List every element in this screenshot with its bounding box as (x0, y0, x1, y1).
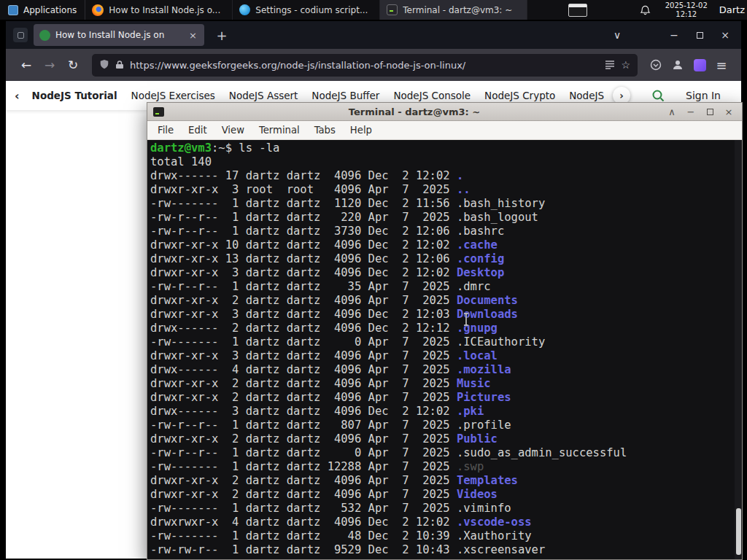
menu-file[interactable]: File (150, 121, 181, 139)
taskbar-item-firefox[interactable]: How to Install Node.js o... (85, 0, 233, 20)
applications-label: Applications (23, 5, 77, 15)
site-nav-item[interactable]: NodeJS DNS (569, 90, 608, 101)
terminal-line: drwx------ 17 dartz dartz 4096 Dec 2 12:… (150, 169, 742, 183)
terminal-icon (387, 4, 398, 15)
lock-icon[interactable] (115, 58, 124, 72)
taskbar-item-codium[interactable]: Settings - codium script... (233, 0, 380, 20)
terminal-line: drwxr-xr-x 2 dartz dartz 4096 Apr 7 2025… (150, 377, 742, 391)
window-close-button[interactable]: × (713, 24, 737, 46)
menu-button[interactable]: ≡ (711, 54, 732, 76)
menu-terminal[interactable]: Terminal (252, 121, 307, 139)
terminal-line: drwxr-xr-x 2 dartz dartz 4096 Apr 7 2025… (150, 294, 742, 308)
window-maximize-button[interactable] (688, 24, 711, 46)
tab-bar: How to Install Node.js on × + ∨ − × (6, 21, 741, 49)
account-icon[interactable] (667, 54, 689, 76)
site-nav-item[interactable]: NodeJS Tutorial (32, 90, 117, 101)
window-controls: − × (662, 24, 737, 46)
site-nav-item[interactable]: NodeJS Exercises (131, 90, 215, 101)
user-label: Dartz (719, 4, 745, 15)
terminal-line: drwxr-xr-x 2 dartz dartz 4096 Apr 7 2025… (150, 488, 742, 502)
back-button[interactable]: ← (15, 53, 38, 77)
top-panel: Applications How to Install Node.js o...… (0, 0, 747, 20)
terminal-line: -rw------- 1 dartz dartz 0 Apr 7 2025 .I… (150, 335, 742, 349)
site-nav-items: NodeJS TutorialNodeJS ExercisesNodeJS As… (32, 90, 608, 101)
reader-mode-icon[interactable] (605, 58, 615, 72)
menu-view[interactable]: View (214, 121, 252, 139)
terminal-shade-button[interactable]: ∧ (665, 104, 679, 119)
hamburger-icon: ≡ (716, 58, 727, 73)
sign-in-button[interactable]: Sign In (686, 90, 721, 101)
site-favicon (39, 30, 50, 41)
extension-icon[interactable] (689, 54, 711, 76)
taskbar-item-label: Terminal - dartz@vm3: ~ (403, 5, 512, 15)
terminal-line: drwxr-xr-x 3 dartz dartz 4096 Dec 2 12:0… (150, 308, 742, 322)
shield-icon[interactable] (99, 58, 109, 72)
menu-edit[interactable]: Edit (181, 121, 214, 139)
terminal-scrollbar-thumb[interactable] (736, 508, 741, 555)
site-nav-item[interactable]: NodeJS Buffer (311, 90, 379, 101)
clock-time: 12:12 (661, 10, 712, 19)
terminal-line: drwxr-xr-x 2 dartz dartz 4096 Apr 7 2025… (150, 391, 742, 405)
maximize-icon (707, 109, 713, 115)
terminal-prompt-line: dartz@vm3:~$ ls -la (150, 141, 742, 155)
terminal-line: -rw-rw-r-- 1 dartz dartz 9529 Dec 2 10:4… (150, 543, 742, 557)
menu-tabs[interactable]: Tabs (307, 121, 343, 139)
forward-button[interactable]: → (38, 53, 61, 77)
tab-title: How to Install Node.js on (55, 30, 182, 40)
window-minimize-button[interactable]: − (662, 24, 686, 46)
terminal-line: drwxrwxr-x 4 dartz dartz 4096 Dec 2 12:0… (150, 516, 742, 529)
terminal-line: drwxr-xr-x 3 dartz dartz 4096 Apr 7 2025… (150, 349, 742, 363)
codium-icon (239, 4, 250, 15)
taskbar-item-terminal[interactable]: Terminal - dartz@vm3: ~ (380, 0, 527, 20)
prompt-path: :~$ (212, 141, 232, 155)
terminal-line: -rw-r--r-- 1 dartz dartz 220 Apr 7 2025 … (150, 211, 742, 225)
search-icon[interactable] (651, 89, 665, 102)
url-bar[interactable]: https://www.geeksforgeeks.org/node-js/in… (92, 54, 638, 77)
terminal-minimize-button[interactable]: − (684, 104, 698, 119)
pocket-icon[interactable] (645, 54, 667, 76)
extension-badge (694, 59, 706, 71)
reload-button[interactable]: ↻ (61, 53, 85, 77)
site-nav-item[interactable]: NodeJS Crypto (484, 90, 555, 101)
terminal-line: drwxr-xr-x 13 dartz dartz 4096 Dec 2 12:… (150, 252, 742, 266)
tab-close-icon[interactable]: × (187, 30, 198, 41)
applications-icon (8, 5, 18, 15)
terminal-titlebar[interactable]: Terminal - dartz@vm3: ~ ∧ − × (147, 103, 742, 121)
tray-terminal-icon[interactable] (568, 4, 587, 17)
url-text[interactable]: https://www.geeksforgeeks.org/node-js/in… (130, 60, 599, 71)
applications-menu-button[interactable]: Applications (0, 0, 85, 20)
terminal-line: -rw------- 1 dartz dartz 48 Dec 2 10:39 … (150, 529, 742, 543)
terminal-close-button[interactable]: × (721, 104, 736, 119)
terminal-line: drwxr-xr-x 3 root root 4096 Apr 7 2025 .… (150, 183, 742, 197)
terminal-line: -rw------- 1 dartz dartz 12288 Apr 7 202… (150, 460, 742, 474)
terminal-line: drwx------ 3 dartz dartz 4096 Dec 2 12:0… (150, 405, 742, 419)
new-tab-button[interactable]: + (212, 25, 232, 45)
browser-tab[interactable]: How to Install Node.js on × (34, 24, 204, 46)
terminal-output-area[interactable]: dartz@vm3:~$ ls -la total 140 drwx------… (147, 140, 742, 559)
terminal-line: drwxr-xr-x 2 dartz dartz 4096 Apr 7 2025… (150, 474, 742, 488)
terminal-maximize-button[interactable] (703, 104, 717, 119)
firefox-icon (92, 4, 104, 16)
terminal-line: -rw-r--r-- 1 dartz dartz 35 Apr 7 2025 .… (150, 280, 742, 294)
terminal-line: drwx------ 4 dartz dartz 4096 Apr 7 2025… (150, 363, 742, 377)
terminal-line: -rw-r--r-- 1 dartz dartz 807 Apr 7 2025 … (150, 419, 742, 432)
clock[interactable]: 2025-12-02 12:12 (661, 1, 712, 18)
site-nav-item[interactable]: NodeJS Assert (229, 90, 298, 101)
terminal-line: drwxr-xr-x 2 dartz dartz 4096 Apr 7 2025… (150, 432, 742, 446)
navigation-toolbar: ← → ↻ https://www.geeksforgeeks.org/node… (6, 49, 741, 81)
tab-list-button[interactable]: ∨ (605, 24, 629, 46)
notification-bell-icon[interactable] (640, 4, 651, 16)
firefox-view-icon (18, 32, 24, 39)
terminal-listing: drwx------ 17 dartz dartz 4096 Dec 2 12:… (150, 169, 742, 557)
site-nav-item[interactable]: NodeJS Console (393, 90, 471, 101)
terminal-line: -rw------- 1 dartz dartz 1120 Dec 2 11:5… (150, 197, 742, 211)
menu-help[interactable]: Help (343, 121, 379, 139)
nav-scroll-left-icon[interactable]: ‹ (15, 89, 20, 103)
terminal-line: drwxr-xr-x 10 dartz dartz 4096 Dec 2 12:… (150, 238, 742, 252)
taskbar-item-label: Settings - codium script... (255, 5, 368, 15)
bookmark-star-icon[interactable]: ☆ (621, 59, 630, 71)
firefox-view-button[interactable] (13, 28, 28, 42)
terminal-total-line: total 140 (150, 155, 742, 169)
terminal-scrollbar-track[interactable] (735, 140, 742, 559)
terminal-line: -rw------- 1 dartz dartz 532 Apr 7 2025 … (150, 502, 742, 516)
